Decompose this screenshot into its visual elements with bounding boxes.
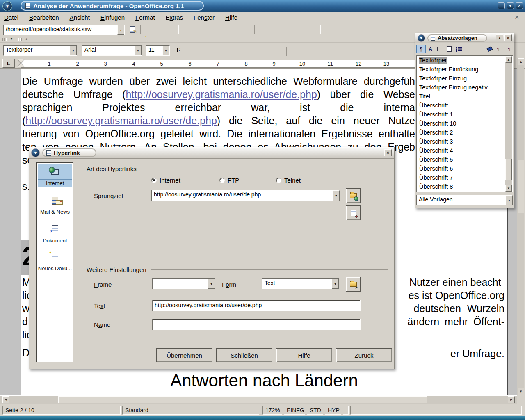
style-list-scrollbar[interactable]: ▲ ▼ [505, 56, 512, 192]
new-style-from-selection-button[interactable]: ¶≡ [494, 45, 504, 53]
target-in-document-button[interactable] [346, 205, 361, 220]
scroll-down-icon[interactable]: ▼ [505, 185, 512, 192]
url-input[interactable]: /home/rolf/openoffice/statistik.sxw [4, 25, 117, 35]
name-input[interactable] [152, 319, 361, 330]
horizontal-scroll-thumb[interactable] [58, 396, 427, 403]
url-combobox[interactable]: /home/rolf/openoffice/statistik.sxw [3, 25, 125, 35]
style-item[interactable]: Überschrift 1 [417, 110, 505, 119]
radio-dot-icon[interactable] [151, 178, 157, 183]
uebernehmen-button[interactable]: Übernehmen [156, 348, 212, 362]
radio-ftp[interactable]: FTP [219, 177, 239, 184]
style-item[interactable]: Überschrift 4 [417, 146, 505, 155]
font-name-value[interactable]: Arial [82, 46, 135, 55]
maximize-button[interactable]: ▼ [507, 2, 514, 9]
hyperlink-dialog-titlebar[interactable]: ▼ Hyperlink ✕ [29, 147, 394, 159]
zurueck-button[interactable]: Zurück [336, 348, 392, 362]
sidebar-item-mail-news[interactable]: Mail & News [38, 193, 72, 215]
status-page[interactable]: Seite 2 / 10 [2, 406, 121, 415]
text-fragment[interactable]: es ist OpenOffice.org [398, 290, 504, 301]
sidebar-item-dokument[interactable]: ➜ Dokument [38, 221, 72, 244]
update-style-button[interactable]: ≡¶ [504, 45, 513, 53]
style-item[interactable]: Textkörper Einzug [417, 74, 505, 83]
tab-type-selector[interactable]: L [2, 59, 15, 68]
first-line-indent-marker[interactable] [18, 59, 24, 63]
text-fragment[interactable]: deutschen Wurzeln [398, 303, 504, 315]
schliessen-button[interactable]: Schließen [216, 348, 272, 362]
document-close-icon[interactable]: ✕ [514, 14, 519, 21]
hilfe-button[interactable]: Hilfe [276, 348, 332, 362]
radio-dot-icon[interactable] [276, 178, 281, 183]
bold-button[interactable]: F [173, 45, 184, 56]
browse-web-button[interactable] [346, 188, 361, 203]
text-line[interactable]: sprachigen Projektes erreichbar war, ist… [22, 102, 415, 114]
style-item[interactable]: Überschrift 5 [417, 155, 505, 164]
text-line[interactable]: deutsche Umfrage (http://oosurvey.gratis… [22, 89, 415, 100]
load-url-button[interactable]: ✎ [127, 24, 138, 35]
style-item[interactable]: Textkörper Einrückung [417, 65, 505, 74]
status-selection-mode[interactable]: STD [307, 406, 323, 415]
style-scroll-thumb[interactable] [505, 159, 512, 180]
radio-telnet[interactable]: Telnet [276, 177, 301, 184]
style-filter-combobox[interactable]: Alle Vorlagen [416, 195, 513, 205]
toolbar-grip[interactable] [18, 38, 22, 41]
status-page-style[interactable]: Standard [122, 406, 259, 415]
dialog-close-button[interactable]: ✕ [384, 149, 392, 156]
stylist-menu-button[interactable]: ▼ [418, 34, 425, 42]
sprungziel-combobox[interactable]: http://oosurvey.gratismania.ro/user/de.p… [151, 190, 340, 201]
form-value[interactable]: Text [262, 279, 332, 289]
hyperlink-de-php[interactable]: http://oosurvey.gratismania.ro/user/de.p… [126, 89, 317, 100]
sprungziel-value[interactable]: http://oosurvey.gratismania.ro/user/de.p… [152, 190, 333, 201]
frame-styles-button[interactable] [435, 45, 445, 53]
minimize-button[interactable]: _ [498, 2, 505, 9]
status-insert-mode[interactable]: EINFG [284, 406, 305, 415]
filter-dropdown-icon[interactable] [506, 195, 513, 205]
style-item[interactable]: Überschrift 8 [417, 183, 505, 192]
expand-toolbar-icon[interactable]: ▼ [10, 37, 13, 41]
menu-format[interactable]: Format [135, 14, 155, 21]
paragraph-style-value[interactable]: Textkörper [4, 46, 70, 55]
style-dropdown-icon[interactable] [70, 46, 77, 55]
text-input[interactable]: http://oosurvey.gratismania.ro/user/de.p… [152, 300, 361, 311]
status-zoom[interactable]: 172% [262, 406, 282, 415]
indent-marker[interactable] [18, 59, 24, 67]
stylist-close-button[interactable]: ✕ [504, 34, 512, 41]
vertical-scroll-thumb[interactable] [518, 160, 524, 213]
sidebar-item-internet[interactable]: Internet [38, 164, 72, 187]
radio-dot-icon[interactable] [219, 178, 225, 183]
numbering-styles-button[interactable] [454, 45, 463, 53]
text-line[interactable]: Die Umfrage wurden über zwei leicht unte… [22, 75, 415, 87]
font-dropdown-icon[interactable] [135, 46, 142, 55]
size-dropdown-icon[interactable] [162, 46, 169, 55]
fill-format-mode-button[interactable] [485, 45, 494, 53]
horizontal-scrollbar[interactable]: ◄ ► [0, 395, 517, 404]
scroll-up-icon[interactable]: ▲ [518, 58, 524, 65]
text-line[interactable]: trierung von OpenOffice.org geleitet wir… [22, 128, 415, 140]
dialog-menu-button[interactable]: ▼ [31, 148, 40, 157]
stylist-shade-button[interactable]: ▲ [496, 34, 503, 41]
style-item[interactable]: Überschrift 7 [417, 173, 505, 183]
text-fragment[interactable]: er Umfrage. [398, 348, 504, 360]
text-line[interactable]: (http://oosurvey.gratismania.ro/user/de.… [22, 115, 415, 127]
menu-hilfe[interactable]: Hilfe [225, 14, 237, 21]
frame-combobox[interactable] [152, 278, 215, 289]
window-menu-button[interactable]: ▼ [2, 1, 12, 11]
menu-ansicht[interactable]: Ansicht [70, 14, 90, 21]
status-hyperlink-mode[interactable]: HYP [325, 406, 341, 415]
form-dropdown-icon[interactable] [332, 279, 339, 289]
style-item[interactable]: Titel [417, 92, 505, 101]
font-size-combobox[interactable]: 11 [146, 45, 170, 56]
font-size-value[interactable]: 11 [146, 46, 162, 55]
menu-datei[interactable]: Datei [4, 14, 18, 21]
style-item[interactable]: Textkörper Einzug negativ [417, 83, 505, 92]
search-icon[interactable]: ⌕ [25, 37, 28, 41]
style-item[interactable]: Überschrift 3 [417, 137, 505, 146]
paragraph-style-combobox[interactable]: Textkörper [3, 45, 77, 56]
toolbar-grip[interactable] [2, 38, 7, 41]
menu-extras[interactable]: Extras [166, 14, 183, 21]
hyperlink-de-php[interactable]: http://oosurvey.gratismania.ro/user/de.p… [25, 115, 217, 126]
menu-bearbeiten[interactable]: Bearbeiten [29, 14, 59, 21]
chapter-heading[interactable]: Antworten nach Ländern [21, 371, 507, 390]
scroll-right-icon[interactable]: ► [508, 396, 515, 403]
form-combobox[interactable]: Text [262, 278, 339, 289]
menu-fenster[interactable]: Fenster [194, 14, 215, 21]
